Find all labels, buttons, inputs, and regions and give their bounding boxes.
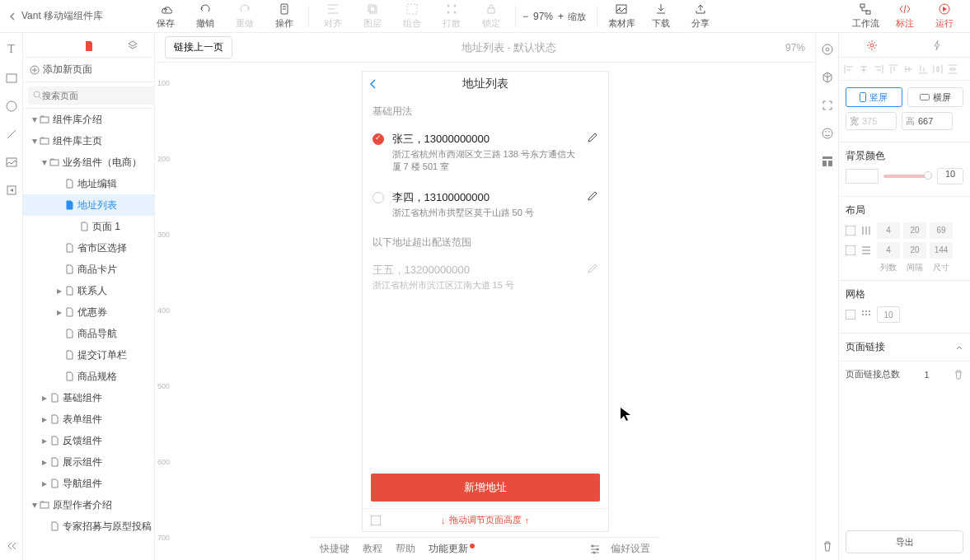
rect-tool-icon[interactable] <box>6 72 17 84</box>
distribute-v-icon[interactable] <box>948 64 958 74</box>
layers-tab[interactable] <box>110 33 154 57</box>
tree-item[interactable]: 省市区选择 <box>23 237 154 259</box>
tree-item[interactable]: 地址编辑 <box>23 173 154 194</box>
workflow-button[interactable]: 工作流 <box>848 1 883 32</box>
export-button[interactable]: 导出 <box>846 530 963 553</box>
trash-small-icon[interactable] <box>954 370 963 380</box>
layer-button[interactable]: 图层 <box>355 1 390 32</box>
shortcut-link[interactable]: 快捷键 <box>320 542 349 556</box>
tree-item[interactable]: 商品规格 <box>23 366 154 387</box>
pages-tab[interactable] <box>23 33 67 57</box>
align-center-v-icon[interactable] <box>903 64 913 74</box>
tree-item[interactable]: 提交订单栏 <box>23 344 154 366</box>
landscape-button[interactable]: 横屏 <box>907 87 964 107</box>
align-center-h-icon[interactable] <box>859 64 869 74</box>
target-icon[interactable] <box>821 43 834 56</box>
zoom-plus[interactable]: + <box>558 11 564 22</box>
add-page-button[interactable]: 添加新页面 <box>23 58 154 82</box>
trash-icon[interactable] <box>822 540 833 552</box>
share-button[interactable]: 分享 <box>683 1 718 32</box>
text-tool-icon[interactable]: T <box>7 43 15 56</box>
tree-item[interactable]: 商品卡片 <box>23 259 154 280</box>
scatter-button[interactable]: 打散 <box>434 1 469 32</box>
address-radio[interactable] <box>373 133 384 145</box>
add-address-button[interactable]: 新增地址 <box>371 474 600 502</box>
annotate-button[interactable]: 标注 <box>888 1 922 32</box>
bg-opacity-input[interactable]: 10 <box>937 168 963 184</box>
undo-button[interactable]: 撤销 <box>188 1 223 32</box>
tree-item[interactable]: ▸联系人 <box>23 280 154 301</box>
redo-button[interactable]: 重做 <box>227 1 262 32</box>
tree-item[interactable]: 专家招募与原型投稿 <box>23 516 154 537</box>
search-input[interactable] <box>42 91 156 100</box>
lock-button[interactable]: 锁定 <box>474 1 508 32</box>
bg-color-swatch[interactable] <box>846 169 879 184</box>
edit-icon[interactable] <box>587 190 598 202</box>
tree-item[interactable]: ▸优惠券 <box>23 301 154 323</box>
cube-icon[interactable] <box>821 71 834 84</box>
search-pages[interactable] <box>28 86 161 105</box>
tree-item[interactable]: ▸展示组件 <box>23 451 154 473</box>
tree-item[interactable]: ▸导航组件 <box>23 473 154 494</box>
align-left-icon[interactable] <box>844 64 854 74</box>
distribute-h-icon[interactable] <box>933 64 943 74</box>
address-item[interactable]: 王五，13200000000浙江省杭州市滨江区江南大道 15 号 <box>363 254 608 300</box>
update-link[interactable]: 功能更新 <box>429 542 468 556</box>
portrait-button[interactable]: 竖屏 <box>846 87 902 107</box>
tree-item[interactable]: ▸表单组件 <box>23 408 154 430</box>
layout-rows-checkbox[interactable] <box>846 245 855 255</box>
save-button[interactable]: 保存 <box>148 1 183 32</box>
tree-item[interactable]: 商品导航 <box>23 323 154 344</box>
align-top-icon[interactable] <box>888 64 898 74</box>
edit-icon[interactable] <box>587 132 598 143</box>
smile-icon[interactable] <box>821 127 834 140</box>
line-tool-icon[interactable] <box>6 128 17 140</box>
align-button[interactable]: 对齐 <box>316 1 350 32</box>
rp-tab-design[interactable] <box>839 33 905 57</box>
layout-cols-checkbox[interactable] <box>846 226 855 236</box>
tree-item[interactable]: ▾组件库介绍 <box>23 109 154 130</box>
mock-nav-title: 地址列表 <box>462 77 508 91</box>
width-input[interactable]: 宽375 <box>846 112 897 130</box>
tree-item[interactable]: ▾组件库主页 <box>23 130 154 152</box>
tree-item[interactable]: ▾原型作者介绍 <box>23 494 154 516</box>
settings-list-icon[interactable] <box>589 544 601 555</box>
address-item[interactable]: 张三，13000000000浙江省杭州市西湖区文三路 138 号东方通信大厦 7… <box>363 124 608 182</box>
tree-item[interactable]: ▸反馈组件 <box>23 430 154 451</box>
mock-back-icon[interactable] <box>369 79 377 89</box>
expand-icon[interactable] <box>821 99 834 112</box>
preferences-link[interactable]: 偏好设置 <box>611 542 650 556</box>
align-right-icon[interactable] <box>874 64 883 74</box>
bg-opacity-slider[interactable] <box>883 175 932 178</box>
template-icon[interactable] <box>821 155 834 168</box>
align-bottom-icon[interactable] <box>918 64 928 74</box>
footer-checkbox[interactable] <box>371 516 381 525</box>
circle-tool-icon[interactable] <box>6 100 17 112</box>
group-button[interactable]: 组合 <box>395 1 429 32</box>
tree-item[interactable]: ▾业务组件（电商） <box>23 152 154 173</box>
operate-button[interactable]: 操作 <box>267 1 302 32</box>
address-item[interactable]: 李四，13100000000浙江省杭州市拱墅区莫干山路 50 号 <box>363 182 608 227</box>
mock-resize-bar[interactable]: ↓ 拖动调节页面高度 ↑ <box>363 508 608 531</box>
chevron-up-icon[interactable] <box>955 343 963 352</box>
tutorial-link[interactable]: 教程 <box>363 542 382 556</box>
rp-tab-interaction[interactable] <box>905 33 971 57</box>
link-prev-button[interactable]: 链接上一页 <box>165 36 232 58</box>
address-radio[interactable] <box>373 192 384 203</box>
material-button[interactable]: 素材库 <box>604 1 639 32</box>
collapse-left-icon[interactable] <box>6 540 17 552</box>
run-button[interactable]: 运行 <box>927 1 962 32</box>
zoom-minus[interactable]: − <box>522 11 528 22</box>
tree-item[interactable]: 地址列表 <box>23 194 154 216</box>
help-link[interactable]: 帮助 <box>396 542 415 556</box>
back-button[interactable]: Vant 移动端组件库 <box>8 9 148 23</box>
height-input[interactable]: 高667 <box>902 112 953 130</box>
tree-item[interactable]: ▸基础组件 <box>23 387 154 408</box>
mobile-mockup[interactable]: 地址列表 基础用法 张三，13000000000浙江省杭州市西湖区文三路 138… <box>362 71 609 532</box>
download-button[interactable]: 下载 <box>644 1 678 32</box>
tree-item[interactable]: 页面 1 <box>23 216 154 237</box>
pages-tab-active[interactable] <box>67 33 110 57</box>
grid-checkbox[interactable] <box>846 310 855 320</box>
image-tool-icon[interactable] <box>6 156 17 168</box>
interact-tool-icon[interactable] <box>6 184 17 196</box>
